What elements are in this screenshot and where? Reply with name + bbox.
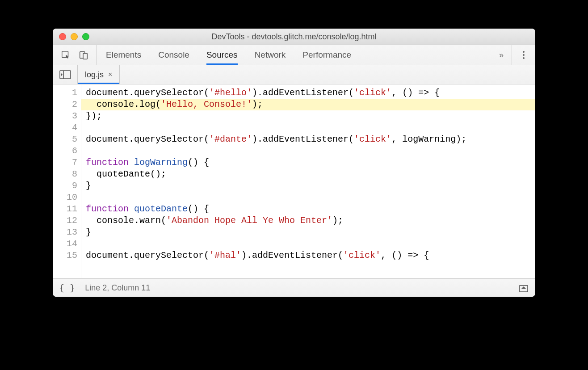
code-line[interactable]: } [86,227,535,238]
line-number[interactable]: 6 [53,145,77,157]
svg-point-3 [523,51,525,53]
pretty-print-button[interactable]: { } [59,282,75,293]
source-editor[interactable]: 123456789101112131415 document.querySele… [53,84,535,278]
code-line[interactable]: function quoteDante() { [86,203,535,215]
window-title: DevTools - devtools.glitch.me/console/lo… [211,32,376,42]
code-line[interactable]: function logWarning() { [86,157,535,168]
code-line[interactable]: document.querySelector('#hello').addEven… [86,87,535,99]
panel-tab-console[interactable]: Console [158,45,189,65]
code-line[interactable]: quoteDante(); [86,168,535,180]
code-line[interactable]: }); [86,110,535,122]
panel-tab-network[interactable]: Network [255,45,286,65]
device-toolbar-icon[interactable] [79,50,88,60]
devtools-window: DevTools - devtools.glitch.me/console/lo… [53,29,535,297]
code-line[interactable] [86,192,535,203]
line-number[interactable]: 7 [53,157,77,168]
code-line[interactable] [86,238,535,250]
window-maximize-button[interactable] [82,33,89,40]
code-content[interactable]: document.querySelector('#hello').addEven… [81,84,535,278]
cursor-position: Line 2, Column 11 [85,283,150,293]
code-line[interactable]: console.log('Hello, Console!'); [81,99,535,110]
code-line[interactable] [86,145,535,157]
show-console-drawer-button[interactable] [518,282,529,293]
svg-point-5 [523,57,525,59]
line-number[interactable]: 9 [53,180,77,192]
panel-tab-performance[interactable]: Performance [302,45,351,65]
code-line[interactable]: console.warn('Abandon Hope All Ye Who En… [86,215,535,227]
settings-menu-button[interactable] [512,45,535,65]
line-number[interactable]: 13 [53,227,77,238]
titlebar: DevTools - devtools.glitch.me/console/lo… [53,29,535,45]
tabs-overflow-button[interactable]: » [491,50,512,60]
line-number[interactable]: 10 [53,192,77,203]
window-close-button[interactable] [59,33,66,40]
svg-rect-2 [83,53,87,59]
sources-file-tabbar: log.js× [53,65,535,84]
panel-tab-elements[interactable]: Elements [106,45,141,65]
line-number[interactable]: 5 [53,134,77,145]
line-number[interactable]: 2 [53,99,77,110]
code-line[interactable] [86,122,535,134]
code-line[interactable]: document.querySelector('#hal').addEventL… [86,250,535,261]
line-number[interactable]: 8 [53,168,77,180]
statusbar: { } Line 2, Column 11 [53,278,535,297]
file-tab[interactable]: log.js× [78,65,120,84]
show-navigator-button[interactable] [53,65,78,84]
line-number[interactable]: 14 [53,238,77,250]
line-number[interactable]: 3 [53,110,77,122]
inspect-element-icon[interactable] [61,50,71,60]
svg-point-4 [523,54,525,56]
close-icon[interactable]: × [108,71,112,79]
line-number[interactable]: 15 [53,250,77,261]
window-minimize-button[interactable] [71,33,78,40]
line-number-gutter: 123456789101112131415 [53,84,81,278]
code-line[interactable]: } [86,180,535,192]
file-tab-label: log.js [85,70,104,80]
line-number[interactable]: 11 [53,203,77,215]
line-number[interactable]: 4 [53,122,77,134]
line-number[interactable]: 1 [53,87,77,99]
line-number[interactable]: 12 [53,215,77,227]
code-line[interactable]: document.querySelector('#dante').addEven… [86,134,535,145]
panel-tab-sources[interactable]: Sources [206,45,238,65]
panel-tabstrip: ElementsConsoleSourcesNetworkPerformance… [53,45,535,65]
